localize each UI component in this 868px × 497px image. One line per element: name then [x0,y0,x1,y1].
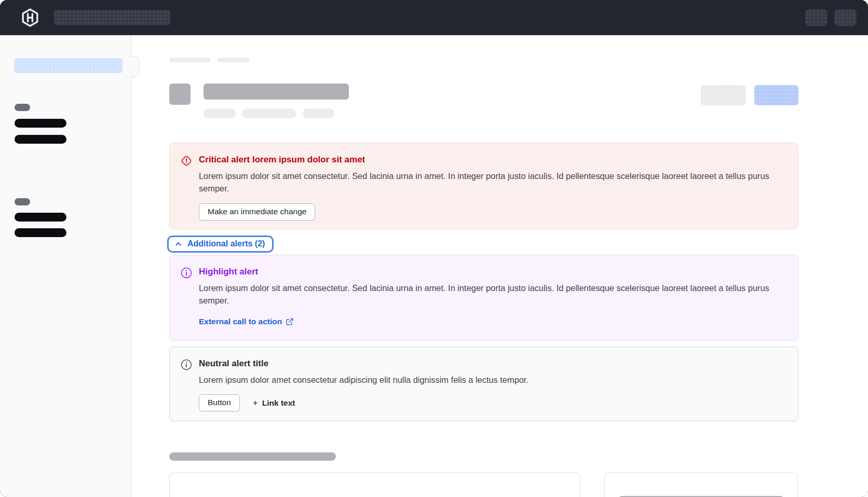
section-title-skeleton [169,452,336,461]
highlight-alert: Highlight alert Lorem ipsum dolor sit am… [169,255,798,341]
primary-button-skeleton[interactable] [754,85,798,105]
sidebar-section-label-skeleton [15,104,30,111]
card-skeleton-left [169,472,580,497]
badge-skeleton [303,108,334,118]
critical-alert: Critical alert lorem ipsum dolor sit ame… [169,143,798,229]
neutral-alert: Neutral alert title Lorem ipsum dolor am… [169,347,798,421]
info-circle-icon [180,358,193,411]
highlight-alert-title: Highlight alert [199,267,785,277]
nav-action-skeleton-1 [805,9,828,26]
card-skeleton-right [604,472,798,497]
main-content: Critical alert lorem ipsum dolor sit ame… [131,35,868,497]
top-nav [0,0,868,35]
page-header [169,84,798,118]
neutral-link-label: Link text [262,398,295,408]
highlight-alert-body: Lorem ipsum dolor sit amet consectetur. … [199,282,785,307]
additional-alerts-toggle[interactable]: Additional alerts (2) [167,236,274,253]
nav-search-skeleton [54,10,170,25]
sidebar-item-skeleton [15,135,66,144]
sidebar-item-skeleton [15,228,66,237]
neutral-alert-link[interactable]: + Link text [253,398,295,408]
breadcrumb-skeleton [169,58,211,62]
nav-action-skeleton-2 [834,9,857,26]
neutral-alert-body: Lorem ipsum dolor amet consectetur adipi… [199,374,785,386]
plus-icon: + [253,398,258,407]
chevron-up-icon [174,240,182,248]
breadcrumb [169,58,798,62]
page-icon-skeleton [169,84,191,105]
app-window: Critical alert lorem ipsum dolor sit ame… [0,0,868,497]
page-title-skeleton [204,84,349,100]
external-call-to-action-link[interactable]: External call to action [199,317,294,326]
sidebar-item-skeleton [15,213,66,222]
sidebar [0,35,131,497]
info-circle-icon [180,266,193,328]
neutral-alert-button[interactable]: Button [199,394,240,411]
hashicorp-logo-icon [20,8,40,27]
alert-diamond-icon [180,154,193,220]
sidebar-collapse-toggle[interactable] [130,56,140,77]
breadcrumb-skeleton [217,58,250,62]
critical-alert-title: Critical alert lorem ipsum dolor sit ame… [199,155,785,165]
neutral-alert-title: Neutral alert title [199,358,785,369]
secondary-button-skeleton[interactable] [701,85,746,105]
additional-alerts-label: Additional alerts (2) [187,239,265,248]
sidebar-item-skeleton [15,119,66,128]
sidebar-section-label-skeleton [15,198,30,205]
sidebar-active-item-skeleton [14,58,123,73]
external-link-icon [286,317,294,326]
external-link-label: External call to action [199,317,282,326]
badge-skeleton [204,108,236,118]
critical-alert-action-button[interactable]: Make an immediate change [199,203,315,220]
badge-skeleton [242,108,296,118]
critical-alert-body: Lorem ipsum dolor sit amet consectetur. … [199,170,785,195]
cards-row [169,472,798,497]
